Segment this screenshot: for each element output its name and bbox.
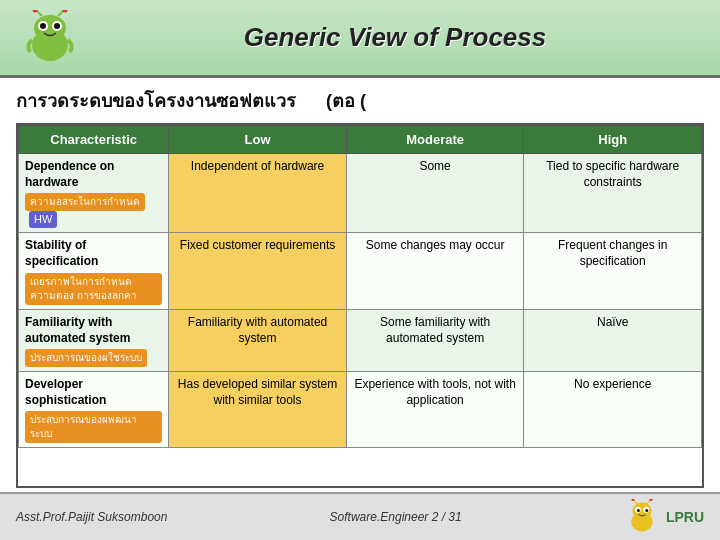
table-row: Stability of specificationเถยรภาพในการกำ…	[19, 233, 702, 309]
table-row: Developer sophisticationประสบการณของผพฒน…	[19, 372, 702, 448]
char-thai-label: ประสบการณของผพฒนาระบบ	[25, 411, 162, 443]
cell-high-2: Naïve	[524, 309, 702, 371]
cell-low-0: Independent of hardware	[169, 154, 347, 233]
footer-author: Asst.Prof.Paijit Suksomboon	[16, 510, 167, 524]
char-thai-label: เถยรภาพในการกำหนดความตอง การของลกคา	[25, 273, 162, 305]
cell-characteristic-1: Stability of specificationเถยรภาพในการกำ…	[19, 233, 169, 309]
svg-point-15	[645, 509, 648, 512]
char-main-label: Stability of specification	[25, 237, 162, 269]
svg-line-18	[647, 500, 651, 504]
char-main-label: Dependence on hardware	[25, 158, 162, 190]
cell-characteristic-2: Familiarity with automated systemประสบกา…	[19, 309, 169, 371]
subtitle-thai: การวดระดบของโครงงานซอฟตแวร	[16, 86, 296, 115]
table-row: Dependence on hardwareความอสระในการกำหนด…	[19, 154, 702, 233]
cell-characteristic-3: Developer sophisticationประสบการณของผพฒน…	[19, 372, 169, 448]
table-row: Familiarity with automated systemประสบกา…	[19, 309, 702, 371]
svg-line-16	[633, 500, 637, 504]
col-header-high: High	[524, 126, 702, 154]
svg-point-5	[54, 23, 60, 29]
cell-high-3: No experience	[524, 372, 702, 448]
hw-badge: HW	[29, 211, 57, 228]
subtitle-row: การวดระดบของโครงงานซอฟตแวร (ตอ (	[16, 86, 704, 115]
cell-low-3: Has developed similar system with simila…	[169, 372, 347, 448]
main-table: Characteristic Low Moderate High Depende…	[18, 125, 702, 448]
table-header-row: Characteristic Low Moderate High	[19, 126, 702, 154]
page-title: Generic View of Process	[90, 22, 700, 53]
slide: Generic View of Process การวดระดบของโครง…	[0, 0, 720, 540]
mascot-left-icon	[20, 10, 80, 65]
col-header-low: Low	[169, 126, 347, 154]
cell-characteristic-0: Dependence on hardwareความอสระในการกำหนด…	[19, 154, 169, 233]
cell-low-2: Familiarity with automated system	[169, 309, 347, 371]
char-thai-label: ความอสระในการกำหนด	[25, 193, 145, 211]
cell-moderate-3: Experience with tools, not with applicat…	[346, 372, 524, 448]
svg-point-4	[40, 23, 46, 29]
content-area: การวดระดบของโครงงานซอฟตแวร (ตอ ( Charact…	[0, 78, 720, 492]
char-thai-label: ประสบการณของผใชระบบ	[25, 349, 147, 367]
char-main-label: Developer sophistication	[25, 376, 162, 408]
col-header-moderate: Moderate	[346, 126, 524, 154]
footer-page: Software.Engineer 2 / 31	[330, 510, 462, 524]
main-table-wrap: Characteristic Low Moderate High Depende…	[16, 123, 704, 488]
cell-low-1: Fixed customer requirements	[169, 233, 347, 309]
cell-moderate-1: Some changes may occur	[346, 233, 524, 309]
cell-moderate-0: Some	[346, 154, 524, 233]
footer-logo: LPRU	[624, 499, 704, 535]
cell-high-1: Frequent changes in specification	[524, 233, 702, 309]
header: Generic View of Process	[0, 0, 720, 78]
svg-point-14	[637, 509, 640, 512]
footer-brand: LPRU	[666, 509, 704, 525]
char-main-label: Familiarity with automated system	[25, 314, 162, 346]
footer: Asst.Prof.Paijit Suksomboon Software.Eng…	[0, 492, 720, 540]
col-header-characteristic: Characteristic	[19, 126, 169, 154]
subtitle-paren: (ตอ (	[326, 86, 366, 115]
cell-high-0: Tied to specific hardware constraints	[524, 154, 702, 233]
mascot-right-icon	[624, 499, 660, 535]
cell-moderate-2: Some familiarity with automated system	[346, 309, 524, 371]
